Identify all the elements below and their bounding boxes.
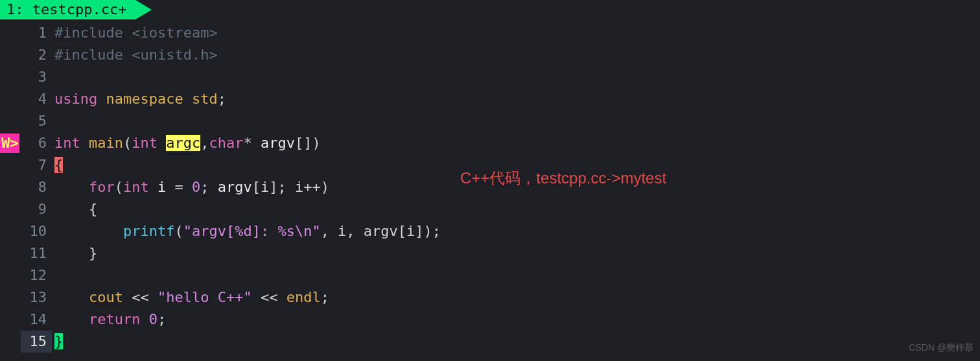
code-line[interactable]: 5: [0, 110, 980, 132]
annotation-text: C++代码，testcpp.cc->mytest: [460, 167, 666, 189]
code-line[interactable]: 12: [0, 264, 980, 286]
code-content: {: [52, 198, 97, 220]
line-number: 3: [21, 66, 52, 88]
tab-active[interactable]: 1: testcpp.cc+: [0, 0, 135, 19]
code-content: printf("argv[%d]: %s\n", i, argv[i]);: [52, 220, 441, 242]
warning-marker[interactable]: W>: [0, 134, 19, 153]
code-line[interactable]: 14 return 0;: [0, 309, 980, 331]
line-number: 10: [21, 220, 52, 242]
line-number: 8: [21, 176, 52, 198]
line-number: 5: [21, 110, 52, 132]
code-content: }: [52, 331, 63, 353]
tab-label: 1: testcpp.cc+: [6, 1, 126, 17]
code-line[interactable]: 1 #include <iostream>: [0, 22, 980, 44]
line-number: 11: [21, 242, 52, 264]
watermark-text: CSDN @樊梓慕: [909, 336, 974, 358]
tab-bar[interactable]: 1: testcpp.cc+: [0, 0, 980, 19]
code-editor[interactable]: 1: testcpp.cc+ 1 #include <iostream> 2 #…: [0, 0, 980, 361]
line-number: 7: [21, 154, 52, 176]
code-content: #include <iostream>: [52, 22, 218, 44]
line-number: 13: [21, 286, 52, 309]
line-number: 2: [21, 44, 52, 66]
line-number: 15: [21, 331, 52, 353]
code-content: return 0;: [52, 309, 166, 331]
line-number: 9: [21, 198, 52, 220]
code-content: int main(int argc,char* argv[]): [52, 132, 321, 154]
line-number: 4: [21, 88, 52, 110]
code-line[interactable]: 2 #include <unistd.h>: [0, 44, 980, 66]
code-content: }: [52, 242, 97, 264]
code-line[interactable]: 9 {: [0, 198, 980, 220]
code-line[interactable]: 13 cout << "hello C++" << endl;: [0, 286, 980, 309]
code-line[interactable]: 4 using namespace std;: [0, 88, 980, 110]
line-number: 1: [21, 22, 52, 44]
gutter: W>: [0, 132, 21, 154]
code-content: using namespace std;: [52, 88, 226, 110]
line-number: 14: [21, 309, 52, 331]
code-content: #include <unistd.h>: [52, 44, 218, 66]
highlight-close-brace: }: [54, 333, 63, 349]
line-number: 6: [21, 132, 52, 154]
highlight-argc: argc: [166, 135, 200, 151]
code-line[interactable]: 11 }: [0, 242, 980, 264]
code-line-current[interactable]: 15 }: [0, 331, 980, 353]
line-number: 12: [21, 264, 52, 286]
code-content: {: [52, 154, 63, 176]
code-line[interactable]: 3: [0, 66, 980, 88]
code-content: for(int i = 0; argv[i]; i++): [52, 176, 329, 198]
code-content: cout << "hello C++" << endl;: [52, 286, 329, 309]
highlight-open-brace: {: [54, 157, 63, 173]
code-line[interactable]: W> 6 int main(int argc,char* argv[]): [0, 132, 980, 154]
code-line[interactable]: 10 printf("argv[%d]: %s\n", i, argv[i]);: [0, 220, 980, 242]
